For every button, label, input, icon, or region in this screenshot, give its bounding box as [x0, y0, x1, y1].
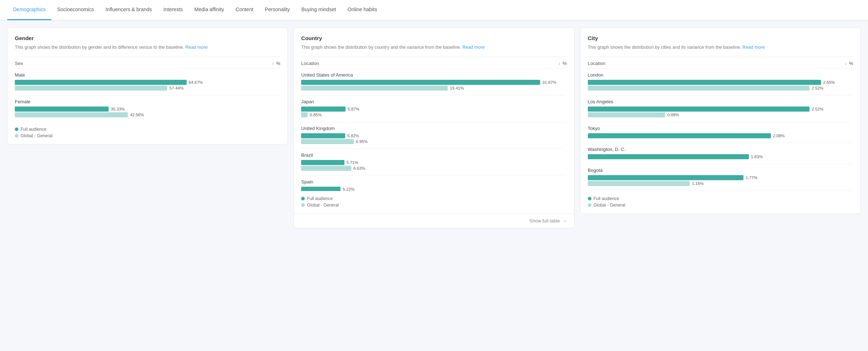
tab-influencers[interactable]: Influencers & brands: [100, 0, 157, 20]
primary-bar-line: 5.71%: [301, 160, 565, 165]
city-card: City This graph shows the distribution b…: [580, 27, 861, 214]
row-label: London: [588, 72, 852, 78]
country-scroll-area[interactable]: United States of America31.67%19.41%Japa…: [301, 68, 567, 191]
table-row: Female35.33%42.56%: [15, 95, 280, 122]
table-row: Male64.67%57.44%: [15, 68, 280, 95]
gender-legend-item-1: Global - General: [15, 133, 280, 138]
primary-bar: [588, 175, 743, 180]
bars-wrap: 1.83%: [588, 154, 852, 159]
city-legend-item-1: Global - General: [588, 203, 853, 208]
bars-wrap: 35.33%42.56%: [15, 107, 280, 117]
city-legend: Full audience Global - General: [588, 196, 853, 208]
city-legend-label-0: Full audience: [594, 196, 619, 201]
secondary-bar-value: 0.85%: [310, 113, 322, 117]
primary-bar: [301, 133, 345, 138]
primary-bar-line: 2.52%: [588, 107, 852, 112]
city-legend-item-0: Full audience: [588, 196, 853, 201]
table-row: United States of America31.67%19.41%: [301, 68, 565, 95]
row-label: Washington, D. C.: [588, 147, 852, 152]
table-row: Los Angeles2.52%0.88%: [588, 95, 852, 122]
primary-bar-line: 2.08%: [588, 133, 852, 138]
country-legend-label-1: Global - General: [307, 203, 339, 208]
primary-bar-line: 64.67%: [15, 80, 280, 85]
table-row: United Kingdom5.82%6.95%: [301, 122, 565, 148]
city-read-more-link[interactable]: Read more: [742, 45, 765, 50]
secondary-bar: [588, 181, 690, 186]
secondary-bar-line: 2.52%: [588, 86, 852, 91]
secondary-bar-line: 42.56%: [15, 112, 280, 117]
gender-sort-icon[interactable]: ↓: [272, 61, 274, 66]
country-sort-icon[interactable]: ↓: [558, 61, 560, 66]
country-legend-item-1: Global - General: [301, 203, 567, 208]
row-label: Bogotá: [588, 168, 852, 173]
row-label: Brazil: [301, 152, 565, 158]
country-legend-item-0: Full audience: [301, 196, 567, 201]
city-sort-icon[interactable]: ↓: [845, 61, 847, 66]
secondary-bar-value: 42.56%: [130, 113, 144, 117]
tab-socioeconomics[interactable]: Socioeconomics: [51, 0, 100, 20]
tab-media-affinity[interactable]: Media affinity: [188, 0, 230, 20]
table-row: London2.65%2.52%: [588, 68, 852, 95]
tab-personality[interactable]: Personality: [259, 0, 296, 20]
tab-buying-mindset[interactable]: Buying mindset: [296, 0, 342, 20]
row-label: Female: [15, 99, 280, 104]
show-full-table-label: Show full table: [529, 218, 560, 224]
city-scroll-area[interactable]: London2.65%2.52%Los Angeles2.52%0.88%Tok…: [588, 68, 853, 191]
city-legend-dot-primary: [588, 197, 591, 200]
secondary-bar: [301, 166, 351, 171]
secondary-bar: [588, 112, 665, 117]
table-row: Washington, D. C.1.83%: [588, 143, 852, 164]
primary-bar-value: 35.33%: [111, 107, 125, 111]
country-card-desc: This graph shows the distribution by cou…: [301, 44, 567, 51]
country-rows: United States of America31.67%19.41%Japa…: [301, 68, 565, 191]
gender-card-title: Gender: [15, 35, 280, 41]
bars-wrap: 5.71%6.63%: [301, 160, 565, 171]
city-col1-label: Location: [588, 61, 606, 66]
secondary-bar-line: 6.95%: [301, 139, 565, 144]
row-label: Spain: [301, 179, 565, 185]
bars-wrap: 64.67%57.44%: [15, 80, 280, 91]
arrow-right-icon: →: [562, 218, 567, 224]
country-read-more-link[interactable]: Read more: [462, 45, 485, 50]
primary-bar: [15, 107, 109, 112]
gender-rows: Male64.67%57.44%Female35.33%42.56%: [15, 68, 280, 122]
show-full-table-link[interactable]: Show full table →: [529, 218, 567, 224]
main-content: Gender This graph shows the distribution…: [0, 20, 868, 235]
gender-read-more-link[interactable]: Read more: [185, 45, 208, 50]
city-legend-dot-secondary: [588, 203, 591, 207]
secondary-bar-value: 6.95%: [356, 139, 368, 144]
country-card-title: Country: [301, 35, 567, 41]
country-legend-label-0: Full audience: [307, 196, 333, 201]
primary-bar: [15, 80, 187, 85]
primary-bar-value: 2.52%: [812, 107, 824, 111]
secondary-bar: [301, 112, 308, 117]
row-label: Male: [15, 72, 280, 78]
tab-demographics[interactable]: Demographics: [7, 0, 51, 20]
row-label: United States of America: [301, 72, 565, 78]
primary-bar-line: 1.83%: [588, 154, 852, 159]
tab-content[interactable]: Content: [230, 0, 259, 20]
tab-interests[interactable]: Interests: [158, 0, 189, 20]
primary-bar-line: 5.82%: [301, 133, 565, 138]
row-label: Japan: [301, 99, 565, 104]
gender-legend-label-1: Global - General: [21, 133, 52, 138]
primary-bar: [588, 80, 821, 85]
primary-bar-value: 1.83%: [751, 155, 763, 159]
country-legend-dot-primary: [301, 197, 305, 200]
primary-bar-value: 64.67%: [189, 80, 203, 84]
country-col1-label: Location: [301, 61, 319, 66]
bars-wrap: 2.52%0.88%: [588, 107, 852, 117]
primary-bar-line: 31.67%: [301, 80, 565, 85]
country-legend: Full audience Global - General: [301, 196, 567, 208]
gender-table-header: Sex ↓ %: [15, 57, 280, 68]
primary-bar-value: 2.65%: [823, 80, 835, 84]
city-legend-label-1: Global - General: [594, 203, 625, 208]
secondary-bar-value: 19.41%: [450, 86, 464, 90]
secondary-bar: [588, 86, 810, 91]
gender-col2-label: %: [276, 61, 281, 66]
primary-bar: [301, 160, 344, 165]
primary-bar-value: 31.67%: [542, 80, 556, 84]
tab-online-habits[interactable]: Online habits: [342, 0, 383, 20]
secondary-bar-value: 57.44%: [169, 86, 183, 90]
primary-bar-line: 1.77%: [588, 175, 852, 180]
